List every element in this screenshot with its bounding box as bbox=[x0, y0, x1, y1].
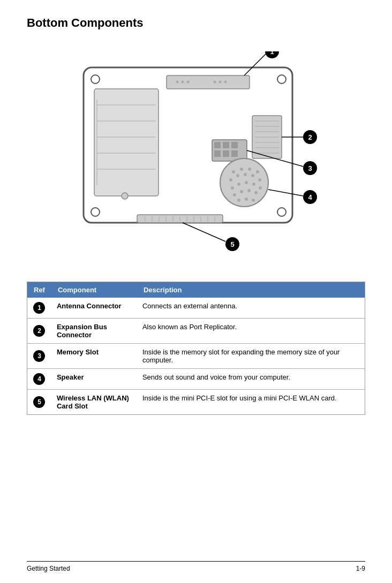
laptop-diagram: 1 2 3 4 5 bbox=[67, 51, 325, 255]
svg-point-38 bbox=[248, 168, 251, 171]
svg-point-42 bbox=[244, 173, 247, 176]
description-cell: Sends out sound and voice from your comp… bbox=[137, 369, 365, 390]
svg-text:1: 1 bbox=[270, 51, 274, 56]
svg-point-14 bbox=[176, 81, 179, 84]
header-description: Description bbox=[137, 282, 365, 298]
description-cell: Inside is the memory slot for expanding … bbox=[137, 344, 365, 369]
svg-text:2: 2 bbox=[308, 133, 312, 141]
component-name: Memory Slot bbox=[51, 344, 137, 369]
svg-rect-29 bbox=[214, 142, 221, 148]
footer-left: Getting Started bbox=[27, 565, 70, 572]
component-name: Expansion Bus Connector bbox=[51, 319, 137, 344]
svg-rect-32 bbox=[214, 150, 221, 157]
ref-badge: 3 bbox=[33, 350, 45, 362]
svg-point-2 bbox=[277, 75, 286, 84]
ref-cell: 2 bbox=[27, 319, 51, 344]
table-row: 1Antenna ConnectorConnects an external a… bbox=[27, 298, 365, 319]
svg-rect-13 bbox=[167, 75, 250, 89]
diagram-area: 1 2 3 4 5 bbox=[27, 41, 365, 266]
description-cell: Inside is the mini PCI-E slot for using … bbox=[137, 390, 365, 415]
svg-line-69 bbox=[244, 54, 266, 75]
table-row: 3Memory SlotInside is the memory slot fo… bbox=[27, 344, 365, 369]
svg-point-54 bbox=[237, 199, 240, 202]
description-cell: Also known as Port Replicator. bbox=[137, 319, 365, 344]
ref-cell: 1 bbox=[27, 298, 51, 319]
svg-point-40 bbox=[229, 178, 232, 181]
svg-point-52 bbox=[247, 189, 251, 192]
ref-cell: 5 bbox=[27, 390, 51, 415]
component-name: Speaker bbox=[51, 369, 137, 390]
svg-line-81 bbox=[183, 223, 225, 241]
svg-rect-34 bbox=[231, 150, 238, 157]
ref-cell: 4 bbox=[27, 369, 51, 390]
svg-point-43 bbox=[251, 174, 254, 177]
component-name: Wireless LAN (WLAN) Card Slot bbox=[51, 390, 137, 415]
table-header-row: Ref Component Description bbox=[27, 282, 365, 298]
footer-right: 1-9 bbox=[356, 565, 365, 572]
page-footer: Getting Started 1-9 bbox=[27, 561, 365, 572]
svg-point-53 bbox=[254, 191, 258, 194]
table-row: 2Expansion Bus ConnectorAlso known as Po… bbox=[27, 319, 365, 344]
header-ref: Ref bbox=[27, 282, 51, 298]
svg-text:5: 5 bbox=[230, 240, 234, 248]
svg-point-19 bbox=[224, 81, 227, 84]
svg-point-41 bbox=[236, 174, 239, 177]
table-row: 5Wireless LAN (WLAN) Card SlotInside is … bbox=[27, 390, 365, 415]
laptop-svg: 1 2 3 4 5 bbox=[67, 51, 325, 255]
svg-point-4 bbox=[277, 208, 286, 216]
svg-point-36 bbox=[232, 170, 235, 173]
svg-point-15 bbox=[182, 81, 184, 84]
svg-point-47 bbox=[245, 181, 248, 184]
svg-point-37 bbox=[240, 168, 243, 171]
svg-point-49 bbox=[259, 186, 262, 190]
svg-point-51 bbox=[240, 190, 243, 193]
ref-badge: 5 bbox=[33, 396, 45, 408]
svg-point-50 bbox=[233, 193, 236, 196]
svg-point-45 bbox=[231, 186, 234, 190]
svg-point-17 bbox=[214, 81, 216, 84]
ref-cell: 3 bbox=[27, 344, 51, 369]
svg-line-78 bbox=[268, 190, 303, 196]
svg-rect-33 bbox=[223, 150, 229, 157]
svg-point-12 bbox=[122, 193, 128, 199]
svg-point-39 bbox=[256, 170, 259, 173]
components-table: Ref Component Description 1Antenna Conne… bbox=[27, 282, 365, 415]
component-name: Antenna Connector bbox=[51, 298, 137, 319]
svg-point-46 bbox=[237, 183, 240, 186]
svg-point-56 bbox=[252, 199, 255, 202]
ref-badge: 4 bbox=[33, 373, 45, 385]
svg-point-16 bbox=[187, 81, 190, 84]
svg-point-55 bbox=[245, 198, 248, 201]
ref-badge: 1 bbox=[33, 302, 45, 314]
svg-point-35 bbox=[220, 158, 268, 207]
svg-rect-30 bbox=[223, 142, 229, 148]
svg-point-18 bbox=[219, 81, 222, 84]
svg-text:3: 3 bbox=[308, 164, 312, 172]
table-row: 4SpeakerSends out sound and voice from y… bbox=[27, 369, 365, 390]
svg-point-48 bbox=[252, 183, 255, 186]
svg-point-3 bbox=[91, 208, 100, 216]
svg-point-1 bbox=[91, 75, 100, 84]
svg-text:4: 4 bbox=[308, 193, 312, 201]
svg-point-44 bbox=[258, 178, 261, 181]
svg-rect-31 bbox=[231, 142, 238, 148]
header-component: Component bbox=[51, 282, 137, 298]
page-title: Bottom Components bbox=[27, 16, 365, 30]
description-cell: Connects an external antenna. bbox=[137, 298, 365, 319]
ref-badge: 2 bbox=[33, 325, 45, 337]
